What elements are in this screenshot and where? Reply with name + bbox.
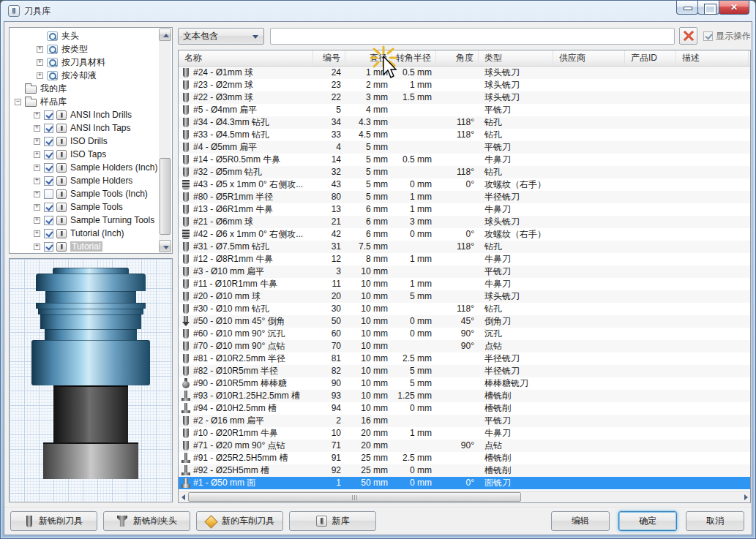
expand-toggle-icon[interactable]: + [34, 178, 40, 184]
table-row[interactable]: #90 - Ø10R5mm 棒棒糖9010 mm5 mm棒棒糖铣刀 [179, 377, 750, 390]
new-turning-tool-button[interactable]: 新的车削刀具 [196, 511, 283, 531]
show-operations-checkbox[interactable] [703, 31, 713, 41]
library-enabled-checkbox[interactable] [44, 150, 53, 159]
tree-item-iso-taps[interactable]: +ISO Taps [10, 148, 159, 161]
expand-toggle-icon[interactable]: + [34, 244, 40, 250]
tree-scrollbar[interactable] [159, 29, 171, 252]
column-header-名称[interactable]: 名称 [179, 50, 313, 66]
table-row[interactable]: #12 - Ø8R1mm 牛鼻128 mm1 mm牛鼻刀 [179, 253, 750, 265]
table-row[interactable]: #5 - Ø4mm 扁平54 mm平铣刀 [179, 104, 750, 116]
expand-toggle-icon[interactable]: + [37, 46, 43, 53]
edit-button[interactable]: 编辑 [551, 511, 610, 531]
table-row[interactable]: #50 - Ø10 mm 45° 倒角5010 mm0 mm45°倒角刀 [179, 315, 750, 328]
tree-item-sample-turning-tools[interactable]: +Sample Turning Tools [10, 214, 159, 227]
tree-item-ansi-inch-taps[interactable]: +ANSI Inch Taps [10, 121, 159, 135]
library-enabled-checkbox[interactable] [44, 137, 53, 146]
new-library-button[interactable]: 新库 [289, 511, 376, 531]
table-row[interactable]: #94 - Ø10H2.5mm 槽9410 mm0 mm槽铣削 [179, 402, 750, 415]
table-row[interactable]: #34 - Ø4.3mm 钻孔344.3 mm118°钻孔 [179, 116, 750, 129]
table-row[interactable]: #42 - Ø6 x 1mm 0° 右侧攻...426 mm0 mm0°攻螺纹（… [179, 228, 750, 241]
expand-toggle-icon[interactable]: + [34, 230, 40, 237]
expand-toggle-icon[interactable]: + [37, 72, 43, 79]
table-row[interactable]: #92 - Ø25H5mm 槽9225 mm0 mm槽铣削 [179, 464, 750, 477]
column-header-描述[interactable]: 描述 [676, 50, 749, 66]
library-enabled-checkbox[interactable] [44, 110, 53, 120]
scroll-right-icon[interactable] [741, 492, 749, 502]
table-row[interactable]: #3 - Ø10 mm 扁平310 mm平铣刀 [179, 265, 750, 278]
expand-toggle-icon[interactable]: + [34, 204, 40, 211]
table-hscrollbar[interactable] [179, 491, 750, 502]
titlebar[interactable]: 刀具库 [1, 1, 755, 21]
table-row[interactable]: #60 - Ø10 mm 90° 沉孔6010 mm0 mm90°沉孔 [179, 328, 750, 340]
new-mill-tool-button[interactable]: 新铣削刀具 [10, 511, 97, 531]
column-header-直径[interactable]: 直径 [345, 50, 392, 66]
table-row[interactable]: #30 - Ø10 mm 钻孔3010 mm118°钻孔 [179, 303, 750, 315]
table-row[interactable]: #80 - Ø5R1mm 半径805 mm1 mm半径铣刀 [179, 191, 750, 203]
expand-toggle-icon[interactable]: + [34, 138, 40, 145]
table-row[interactable]: #91 - Ø25R2.5H5mm 槽9125 mm2.5 mm槽铣削 [179, 452, 750, 464]
table-row[interactable]: #82 - Ø10R5mm 半径8210 mm5 mm半径铣刀 [179, 365, 750, 377]
tree-item-夹头[interactable]: 夹头 [10, 29, 159, 42]
scroll-left-icon[interactable] [179, 492, 187, 502]
expand-toggle-icon[interactable]: + [34, 165, 40, 171]
search-input[interactable] [270, 28, 675, 45]
table-row[interactable]: #2 - Ø16 mm 扁平216 mm平铣刀 [179, 415, 750, 427]
column-header-转角半径[interactable]: 转角半径 [392, 50, 436, 66]
tree-item-sample-tools[interactable]: +Sample Tools [10, 200, 159, 214]
table-row[interactable]: #20 - Ø10 mm 球2010 mm5 mm球头铣刀 [179, 290, 750, 303]
tree-scrollbar-thumb[interactable] [160, 158, 171, 234]
tree-item-tutorial[interactable]: +Tutorial [10, 240, 159, 253]
table-row[interactable]: #11 - Ø10R1mm 牛鼻1110 mm1 mm牛鼻刀 [179, 278, 750, 290]
expand-toggle-icon[interactable]: + [34, 217, 40, 224]
library-enabled-checkbox[interactable] [44, 229, 53, 238]
tree-item-ansi-inch-drills[interactable]: +ANSI Inch Drills [10, 108, 159, 121]
table-row[interactable]: #23 - Ø2mm 球232 mm1 mm球头铣刀 [179, 79, 750, 91]
table-row[interactable]: #81 - Ø10R2.5mm 半径8110 mm2.5 mm半径铣刀 [179, 353, 750, 365]
library-enabled-checkbox[interactable] [44, 242, 53, 252]
column-header-类型[interactable]: 类型 [479, 50, 553, 66]
ok-button[interactable]: 确定 [618, 511, 677, 531]
table-row[interactable]: #32 - Ø5mm 钻孔325 mm118°钻孔 [179, 166, 750, 178]
library-enabled-checkbox[interactable] [44, 203, 53, 212]
library-enabled-checkbox[interactable] [44, 189, 53, 199]
collapse-toggle-icon[interactable]: − [15, 99, 21, 105]
tree-item-sample-tools-inch-[interactable]: +Sample Tools (Inch) [10, 187, 159, 200]
table-row[interactable]: #33 - Ø4.5mm 钻孔334.5 mm118°钻孔 [179, 129, 750, 141]
column-header-编号[interactable]: 编号 [313, 50, 345, 66]
expand-toggle-icon[interactable]: + [37, 59, 43, 66]
new-holder-button[interactable]: 新铣削夹头 [103, 511, 190, 531]
table-row[interactable]: #1 - Ø50 mm 面150 mm0 mm0°面铣刀 [179, 477, 750, 489]
tree-item-iso-drills[interactable]: +ISO Drills [10, 135, 159, 148]
column-header-供应商[interactable]: 供应商 [553, 50, 625, 66]
library-enabled-checkbox[interactable] [44, 124, 53, 133]
table-row[interactable]: #31 - Ø7.5mm 钻孔317.5 mm118°钻孔 [179, 241, 750, 253]
tree-item-按冷却液[interactable]: +按冷却液 [10, 69, 159, 82]
cancel-button[interactable]: 取消 [686, 511, 744, 531]
table-row[interactable]: #70 - Ø10 mm 90° 点钻7010 mm90°点钻 [179, 340, 750, 353]
table-row[interactable]: #43 - Ø5 x 1mm 0° 右侧攻...435 mm0 mm0°攻螺纹（… [179, 178, 750, 191]
table-row[interactable]: #10 - Ø20R1mm 牛鼻1020 mm1 mm牛鼻刀 [179, 427, 750, 440]
table-row[interactable]: #93 - Ø10R1.25H2.5mm 槽9310 mm1.25 mm槽铣削 [179, 390, 750, 402]
tree-item-我的库[interactable]: 我的库 [10, 82, 159, 95]
table-row[interactable]: #24 - Ø1mm 球241 mm0.5 mm球头铣刀 [179, 67, 750, 79]
minimize-button[interactable] [676, 1, 698, 15]
close-button[interactable] [719, 1, 749, 15]
maximize-button[interactable] [697, 1, 719, 15]
column-header-角度[interactable]: 角度 [436, 50, 479, 66]
table-row[interactable]: #22 - Ø3mm 球223 mm1.5 mm球头铣刀 [179, 91, 750, 104]
expand-toggle-icon[interactable]: + [34, 112, 40, 118]
tree-item-tutorial-inch-[interactable]: +Tutorial (Inch) [10, 227, 159, 240]
table-row[interactable]: #4 - Ø5mm 扁平45 mm平铣刀 [179, 141, 750, 154]
clear-search-button[interactable] [679, 27, 697, 45]
expand-toggle-icon[interactable]: + [34, 191, 40, 197]
filter-mode-select[interactable]: 文本包含 [178, 28, 264, 45]
library-enabled-checkbox[interactable] [44, 176, 53, 186]
tree-item-按类型[interactable]: +按类型 [10, 42, 159, 56]
library-enabled-checkbox[interactable] [44, 216, 53, 225]
scroll-down-icon[interactable] [159, 240, 171, 252]
tree-item-样品库[interactable]: −样品库 [10, 95, 159, 108]
table-row[interactable]: #14 - Ø5R0.5mm 牛鼻145 mm0.5 mm牛鼻刀 [179, 154, 750, 166]
tree-item-按刀具材料[interactable]: +按刀具材料 [10, 56, 159, 69]
library-enabled-checkbox[interactable] [44, 163, 53, 173]
scroll-up-icon[interactable] [159, 29, 171, 41]
